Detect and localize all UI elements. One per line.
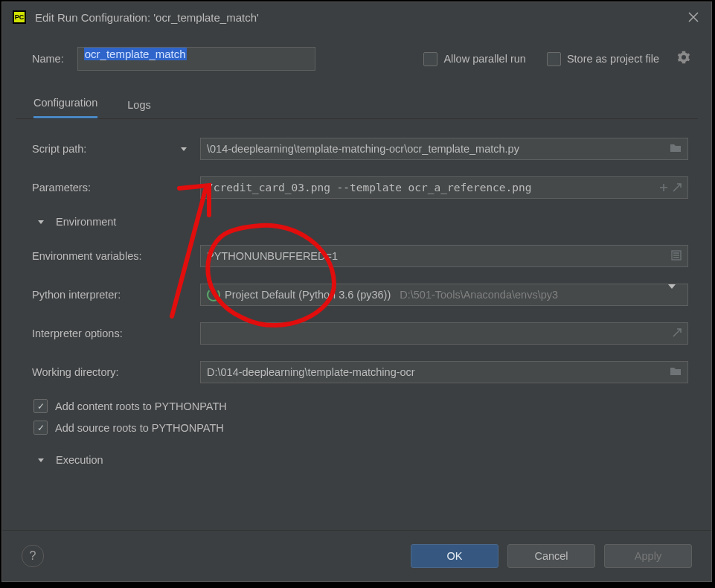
- environment-section-header[interactable]: Environment: [32, 207, 688, 237]
- expand-icon[interactable]: [673, 327, 682, 339]
- list-icon[interactable]: [671, 250, 682, 263]
- script-path-value: \014-deeplearning\template-matching-ocr\…: [207, 143, 519, 155]
- add-source-roots-checkbox[interactable]: ✓ Add source roots to PYTHONPATH: [33, 421, 687, 435]
- name-row: Name: ocr_template_match Allow parallel …: [2, 32, 711, 86]
- interpreter-options-row: Interpreter options:: [32, 314, 688, 353]
- tab-configuration[interactable]: Configuration: [33, 97, 97, 118]
- titlebar: PC Edit Run Configuration: 'ocr_template…: [2, 2, 711, 32]
- env-vars-row: Environment variables: PYTHONUNBUFFERED=…: [32, 237, 688, 275]
- dialog-body: Configuration Logs Script path: \014-dee…: [16, 86, 698, 506]
- close-icon[interactable]: [686, 10, 701, 25]
- execution-section-header[interactable]: Execution: [32, 445, 688, 475]
- execution-header-label: Execution: [56, 454, 103, 466]
- interpreter-options-input[interactable]: [200, 322, 688, 345]
- dialog-title: Edit Run Configuration: 'ocr_template_ma…: [35, 11, 686, 24]
- env-vars-input[interactable]: PYTHONUNBUFFERED=1: [200, 245, 688, 267]
- environment-header-label: Environment: [56, 216, 116, 228]
- dialog-footer: ? OK Cancel Apply: [2, 530, 711, 581]
- gear-icon[interactable]: [677, 51, 690, 68]
- working-directory-row: Working directory: D:\014-deeplearning\t…: [32, 353, 688, 392]
- cancel-button[interactable]: Cancel: [507, 544, 595, 568]
- add-content-roots-label: Add content roots to PYTHONPATH: [55, 400, 227, 412]
- python-interpreter-value: Project Default (Python 3.6 (py36)): [225, 289, 391, 301]
- python-interpreter-path: D:\501-Tools\Anaconda\envs\py3: [400, 289, 558, 301]
- add-content-roots-checkbox[interactable]: ✓ Add content roots to PYTHONPATH: [33, 399, 687, 413]
- chevron-down-icon: [38, 458, 44, 462]
- folder-icon[interactable]: [670, 366, 682, 379]
- working-directory-input[interactable]: D:\014-deeplearning\template-matching-oc…: [200, 361, 688, 383]
- env-vars-value: PYTHONUNBUFFERED=1: [207, 250, 338, 262]
- chevron-down-icon[interactable]: [662, 289, 682, 301]
- folder-icon[interactable]: [670, 143, 682, 156]
- name-input[interactable]: ocr_template_match: [77, 47, 315, 71]
- store-as-project-file-label: Store as project file: [567, 53, 659, 65]
- python-interpreter-row: Python interpreter: Project Default (Pyt…: [32, 275, 688, 314]
- add-source-roots-label: Add source roots to PYTHONPATH: [55, 422, 224, 434]
- script-path-label: Script path:: [32, 143, 86, 155]
- name-input-value: ocr_template_match: [84, 48, 187, 60]
- python-interpreter-select[interactable]: Project Default (Python 3.6 (py36)) D:\5…: [200, 284, 688, 306]
- checkbox-checked-icon: ✓: [33, 421, 48, 435]
- script-path-row: Script path: \014-deeplearning\template-…: [32, 130, 688, 168]
- chevron-down-icon[interactable]: [181, 147, 187, 151]
- interpreter-options-label: Interpreter options:: [32, 327, 197, 339]
- script-path-input[interactable]: \014-deeplearning\template-matching-ocr\…: [200, 138, 688, 160]
- tab-logs[interactable]: Logs: [127, 99, 150, 118]
- env-vars-label: Environment variables:: [32, 250, 197, 262]
- ok-button[interactable]: OK: [411, 544, 498, 568]
- allow-parallel-run-checkbox[interactable]: Allow parallel run: [423, 52, 525, 66]
- checkbox-checked-icon: ✓: [33, 399, 48, 413]
- working-directory-label: Working directory:: [32, 366, 197, 378]
- parameters-label: Parameters:: [32, 182, 197, 194]
- working-directory-value: D:\014-deeplearning\template-matching-oc…: [207, 366, 415, 378]
- store-as-project-file-checkbox[interactable]: Store as project file: [547, 52, 659, 66]
- parameters-value: /credit_card_03.png --template ocr_a_ref…: [207, 182, 532, 194]
- edit-run-configuration-dialog: PC Edit Run Configuration: 'ocr_template…: [1, 1, 712, 582]
- pycharm-icon: PC: [13, 10, 26, 24]
- chevron-down-icon: [38, 220, 44, 224]
- parameters-input[interactable]: /credit_card_03.png --template ocr_a_ref…: [200, 176, 688, 199]
- checkbox-icon: [423, 52, 437, 66]
- apply-button[interactable]: Apply: [604, 544, 692, 568]
- name-label: Name:: [32, 53, 64, 65]
- loading-spinner-icon: [207, 288, 220, 301]
- parameters-row: Parameters: /credit_card_03.png --templa…: [32, 168, 688, 207]
- config-scroll-area: Script path: \014-deeplearning\template-…: [16, 119, 698, 506]
- checkbox-icon: [547, 52, 561, 66]
- python-interpreter-label: Python interpreter:: [32, 289, 197, 301]
- tab-bar: Configuration Logs: [16, 86, 698, 119]
- insert-macro-icon[interactable]: [659, 183, 682, 192]
- allow-parallel-run-label: Allow parallel run: [443, 53, 525, 65]
- help-button[interactable]: ?: [22, 545, 44, 567]
